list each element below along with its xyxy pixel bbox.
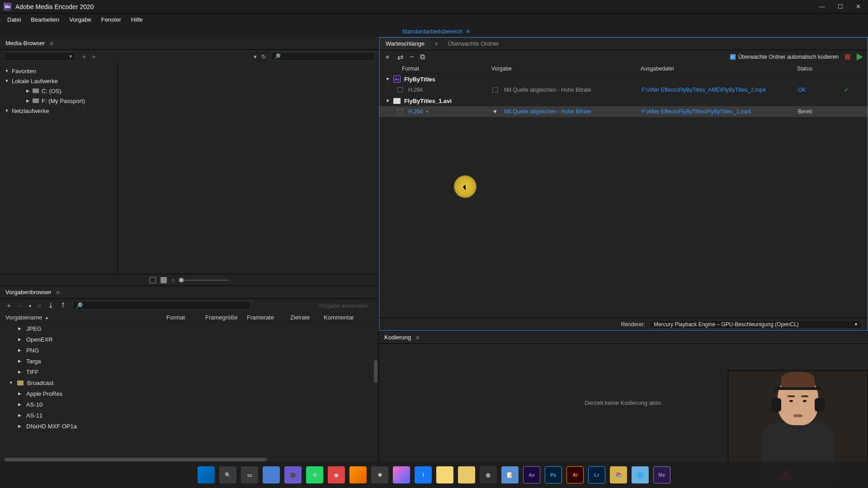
pb-apply-button[interactable]: Vorgabe anwenden bbox=[313, 302, 373, 309]
obs-icon[interactable]: ◎ bbox=[480, 466, 497, 483]
workspace-label[interactable]: Standardarbeitsbereich bbox=[398, 28, 466, 35]
queue-row[interactable]: H.264 Mit Quelle abgleichen - Hohe Bitra… bbox=[379, 84, 868, 95]
tree-drive-f[interactable]: ▶F: (My Passport) bbox=[0, 96, 117, 106]
tree-favorites[interactable]: ▼Favoriten bbox=[0, 66, 117, 76]
mb-search-input[interactable]: 🔎 bbox=[271, 52, 375, 61]
q-add-icon[interactable]: ＋ bbox=[384, 52, 391, 62]
preset-browser-tab[interactable]: Vorgabenbrowser bbox=[5, 289, 52, 296]
mb-back-icon[interactable]: ◄ bbox=[80, 53, 87, 60]
search-icon[interactable]: 🔍 bbox=[219, 466, 236, 483]
thumb-size-slider[interactable] bbox=[179, 280, 229, 281]
pb-add-icon[interactable]: ＋ bbox=[5, 301, 12, 310]
start-button[interactable] bbox=[857, 53, 863, 61]
messenger-icon[interactable] bbox=[393, 466, 410, 483]
list-item[interactable]: ▶Targa bbox=[0, 356, 378, 366]
pb-scrollbar[interactable] bbox=[374, 323, 377, 457]
filter-icon[interactable]: ▾ bbox=[254, 53, 257, 60]
list-item[interactable]: ▶AS-11 bbox=[0, 410, 378, 421]
col-format[interactable]: Format bbox=[166, 314, 205, 321]
app-icon[interactable]: ✱ bbox=[371, 466, 388, 483]
workspace-menu-icon[interactable]: ≡ bbox=[466, 28, 470, 35]
qcol-output[interactable]: Ausgabedatei bbox=[641, 66, 797, 72]
facebook-icon[interactable]: f bbox=[415, 466, 432, 483]
queue-menu-icon[interactable]: ≡ bbox=[431, 41, 441, 47]
explorer-icon[interactable] bbox=[436, 466, 453, 483]
col-framesize[interactable]: Framegröße bbox=[205, 314, 247, 321]
list-item[interactable]: ▶TIFF bbox=[0, 366, 378, 377]
lightroom-icon[interactable]: Lr bbox=[588, 466, 605, 483]
col-name[interactable]: Vorgabename bbox=[5, 314, 42, 321]
app-icon[interactable]: 📚 bbox=[610, 466, 627, 483]
tab-watch[interactable]: Überwachte Ordner bbox=[441, 38, 505, 50]
whatsapp-icon[interactable]: ✆ bbox=[306, 466, 323, 483]
chevron-down-icon[interactable]: ▼ bbox=[425, 110, 429, 114]
queue-group[interactable]: ▼ FlyByTitles_1.avi bbox=[379, 95, 868, 106]
pb-h-scrollbar[interactable] bbox=[0, 457, 378, 462]
app-icon[interactable] bbox=[458, 466, 475, 483]
app-icon[interactable]: ◉ bbox=[328, 466, 345, 483]
tab-queue[interactable]: Warteschlange bbox=[379, 38, 431, 50]
q-remove-icon[interactable]: − bbox=[410, 53, 414, 61]
app-icon[interactable]: 🌐 bbox=[632, 466, 649, 483]
qcol-status[interactable]: Status bbox=[797, 66, 856, 72]
firefox-icon[interactable] bbox=[349, 466, 367, 483]
list-category[interactable]: ▼Broadcast bbox=[0, 377, 378, 388]
queue-body[interactable]: ▼ Ae FlyByTitles H.264 Mit Quelle abglei… bbox=[379, 74, 868, 318]
q-settings-icon[interactable]: ⇄ bbox=[397, 53, 403, 61]
app-icon[interactable] bbox=[263, 466, 280, 483]
mb-path-dropdown[interactable]: ▼ bbox=[4, 52, 76, 61]
pb-export-icon[interactable]: ⤒ bbox=[60, 301, 66, 310]
list-item[interactable]: ▶DNxHD MXF OP1a bbox=[0, 421, 378, 432]
view-list-icon[interactable] bbox=[150, 277, 156, 283]
encoding-menu-icon[interactable]: ≡ bbox=[415, 334, 419, 341]
queue-row[interactable]: H.264▼ ▼Mit Quelle abgleichen - Hohe Bit… bbox=[379, 106, 868, 117]
row-checkbox[interactable] bbox=[397, 109, 403, 114]
pb-search-input[interactable]: 🔎 bbox=[72, 301, 251, 310]
menu-fenster[interactable]: Fenster bbox=[97, 15, 126, 24]
preset-browser-menu-icon[interactable]: ≡ bbox=[56, 289, 60, 296]
queue-group[interactable]: ▼ Ae FlyByTitles bbox=[379, 74, 868, 84]
photoshop-icon[interactable]: Ps bbox=[545, 466, 562, 483]
qcol-format[interactable]: Format bbox=[402, 66, 491, 72]
pb-remove-icon[interactable]: − bbox=[19, 302, 23, 310]
row-checkbox[interactable] bbox=[397, 87, 403, 93]
taskview-icon[interactable]: ▭ bbox=[241, 466, 258, 483]
menu-vorgabe[interactable]: Vorgabe bbox=[65, 15, 95, 24]
list-item[interactable]: ▶PNG bbox=[0, 345, 378, 356]
col-framerate[interactable]: Framerate bbox=[247, 314, 290, 321]
tree-network[interactable]: ▼Netzlaufwerke bbox=[0, 106, 117, 116]
col-zielrate[interactable]: Zielrate bbox=[290, 314, 324, 321]
pb-import-icon[interactable]: ⤓ bbox=[48, 301, 54, 310]
minimize-button[interactable]: ― bbox=[819, 3, 825, 10]
renderer-select[interactable]: Mercury Playback Engine – GPU-Beschleuni… bbox=[650, 320, 862, 329]
after-effects-icon[interactable]: Ae bbox=[523, 466, 540, 483]
encoding-tab[interactable]: Kodierung bbox=[384, 334, 411, 341]
close-button[interactable]: ✕ bbox=[856, 3, 861, 10]
tree-local-drives[interactable]: ▼Lokale Laufwerke bbox=[0, 76, 117, 86]
list-item[interactable]: ▶AS-10 bbox=[0, 399, 378, 410]
media-browser-menu-icon[interactable]: ≡ bbox=[49, 40, 53, 47]
tree-drive-c[interactable]: ▶C: (OS) bbox=[0, 86, 117, 96]
menu-hilfe[interactable]: Hilfe bbox=[127, 15, 147, 24]
list-item[interactable]: ▶Apple ProRes bbox=[0, 388, 378, 399]
stop-button[interactable] bbox=[845, 54, 850, 60]
list-item[interactable]: ▶OpenEXR bbox=[0, 334, 378, 345]
menu-datei[interactable]: Datei bbox=[3, 15, 25, 24]
start-button[interactable] bbox=[198, 466, 215, 483]
app-icon[interactable]: 📝 bbox=[501, 466, 519, 483]
qcol-preset[interactable]: Vorgabe bbox=[491, 66, 641, 72]
media-encoder-icon[interactable]: Me bbox=[653, 466, 670, 483]
list-item[interactable]: ▶JPEG bbox=[0, 323, 378, 334]
chevron-down-icon[interactable]: ▼ bbox=[492, 108, 498, 115]
menu-bearbeiten[interactable]: Bearbeiten bbox=[26, 15, 64, 24]
view-thumb-icon[interactable] bbox=[160, 277, 167, 283]
media-browser-tab[interactable]: Media-Browser bbox=[5, 40, 45, 47]
pb-edit-icon[interactable]: ≡ bbox=[38, 302, 42, 310]
app-icon[interactable]: 🎥 bbox=[284, 466, 302, 483]
row-output[interactable]: F:\After Effects\FlyByTitles_AME\FlyByTi… bbox=[642, 87, 798, 93]
pb-newfolder-icon[interactable]: ▪ bbox=[29, 302, 31, 310]
row-output[interactable]: F:\After Effects\FlyByTitles\FlyByTitles… bbox=[642, 108, 798, 115]
preset-checkbox[interactable] bbox=[492, 87, 498, 93]
auto-encode-checkbox[interactable]: ✓ Überwachte Ordner automatisch kodieren bbox=[730, 54, 839, 60]
maximize-button[interactable]: ☐ bbox=[838, 3, 843, 10]
